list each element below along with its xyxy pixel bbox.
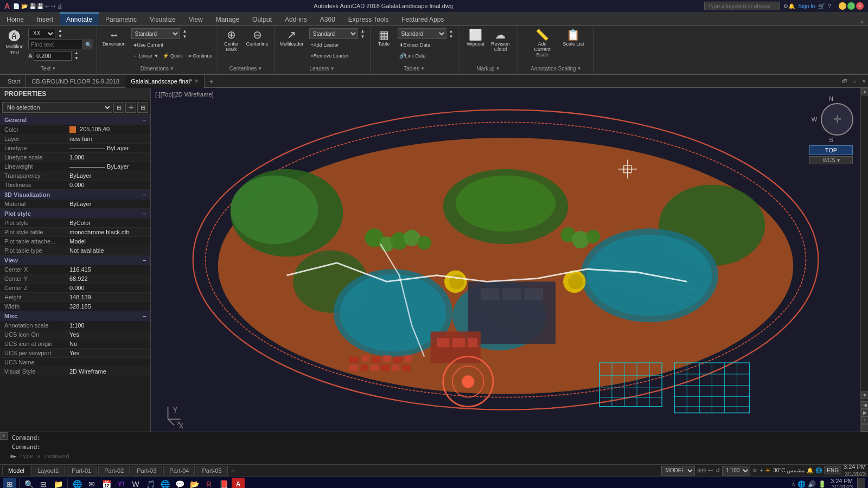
- add-leader-btn[interactable]: + Add Leader: [309, 40, 367, 50]
- multiline-text-btn[interactable]: 🅐 MultilineText: [3, 30, 26, 59]
- scroll-up-btn[interactable]: ▲: [861, 88, 868, 95]
- tab-visualize[interactable]: Visualize: [143, 12, 182, 25]
- general-section-header[interactable]: General –: [0, 115, 150, 125]
- tab-output[interactable]: Output: [246, 12, 278, 25]
- multileader-btn[interactable]: ↗ Multileader: [278, 28, 306, 63]
- taskbar-task-view-btn[interactable]: ⊟: [37, 478, 50, 489]
- zoom-out-btn[interactable]: –: [861, 424, 868, 432]
- pan-right-btn[interactable]: ▶: [861, 409, 868, 416]
- grid-display-btn[interactable]: ⊞⊟: [697, 467, 706, 473]
- model-space-select[interactable]: MODEL: [661, 466, 695, 476]
- layout-tab-part02[interactable]: Part-02: [98, 466, 130, 476]
- table-btn[interactable]: ▦ Table: [374, 28, 394, 63]
- find-text-search-btn[interactable]: 🔍: [84, 40, 93, 49]
- text-group-expand[interactable]: ▼: [52, 66, 56, 71]
- add-layout-btn[interactable]: +: [229, 466, 238, 475]
- tab-express[interactable]: Express Tools: [342, 12, 395, 25]
- quick-btn[interactable]: ⚡ Quick: [161, 51, 184, 61]
- scale-dropdown[interactable]: 1:100: [722, 466, 750, 476]
- keyword-search[interactable]: [704, 2, 780, 10]
- close-doc-tab-galala[interactable]: ✕: [194, 78, 199, 84]
- remove-leader-btn[interactable]: × Remove Leader: [309, 51, 367, 61]
- layout-tab-part04[interactable]: Part-04: [163, 466, 195, 476]
- text-style-down-btn[interactable]: ▼: [56, 34, 64, 38]
- wcs-btn[interactable]: WCS ▾: [809, 156, 853, 164]
- wipeout-btn[interactable]: ⬜ Wipeout: [464, 28, 487, 63]
- canvas-area[interactable]: [-][Top][2D Wireframe]: [151, 88, 860, 432]
- centerline-btn[interactable]: ⊖ Centerline: [244, 28, 271, 63]
- minimize-btn[interactable]: –: [839, 2, 846, 10]
- picker-btn[interactable]: ⊞: [137, 102, 148, 113]
- misc-section-header[interactable]: Misc –: [0, 311, 150, 321]
- continue-btn[interactable]: ⇥ Continue: [186, 51, 214, 61]
- dim-style-down-btn[interactable]: ▼: [181, 34, 189, 39]
- plot-style-section-header[interactable]: Plot style –: [0, 209, 150, 219]
- taskbar-autocad-btn[interactable]: A: [232, 478, 245, 489]
- centerlines-expand[interactable]: ▼: [258, 66, 262, 71]
- start-btn[interactable]: ⊞: [3, 478, 16, 489]
- zoom-in-btn[interactable]: +: [861, 416, 868, 424]
- taskbar-word-btn[interactable]: W: [129, 478, 142, 489]
- tab-home[interactable]: Home: [0, 12, 30, 25]
- table-style-down-btn[interactable]: ▼: [448, 34, 455, 39]
- taskbar-yahoo-btn[interactable]: Y!: [114, 478, 127, 489]
- use-current-btn[interactable]: ✦ Use Current: [131, 40, 165, 50]
- snap-btn[interactable]: ⊷: [708, 467, 713, 473]
- taskbar-file-explorer-btn[interactable]: 📁: [52, 478, 65, 489]
- leader-style-up-btn[interactable]: ▲: [359, 29, 367, 34]
- sign-in-btn[interactable]: Sign In: [798, 3, 815, 9]
- taskbar-music-btn[interactable]: 🎵: [144, 478, 157, 489]
- maximize-btn[interactable]: □: [847, 2, 855, 10]
- top-view-btn[interactable]: TOP: [809, 145, 853, 155]
- annotation-btn[interactable]: +: [760, 467, 763, 473]
- show-desktop-btn[interactable]: [857, 478, 865, 489]
- tables-expand[interactable]: ▼: [420, 66, 425, 71]
- layout-tab-layout1[interactable]: Layout1: [31, 466, 65, 476]
- taskbar-chrome-btn[interactable]: 🌐: [71, 478, 84, 489]
- tab-annotate[interactable]: Annotate: [60, 12, 99, 25]
- extract-data-btn[interactable]: ⬇ Extract Data: [398, 40, 455, 50]
- dim-style-dropdown[interactable]: Standard: [131, 28, 180, 39]
- layout-tab-part01[interactable]: Part-01: [66, 466, 97, 476]
- height-down-btn[interactable]: ▼: [73, 56, 80, 61]
- drawing-canvas[interactable]: Y X ✕: [151, 88, 860, 432]
- doc-tab-galala[interactable]: GalalaLandscape final* ✕: [125, 75, 205, 88]
- annotation-scaling-expand[interactable]: ▼: [577, 66, 582, 71]
- layout-tab-model[interactable]: Model: [2, 466, 30, 476]
- tab-parametric[interactable]: Parametric: [99, 12, 143, 25]
- tab-insert[interactable]: Insert: [30, 12, 60, 25]
- doc-tab-start[interactable]: Start: [2, 75, 26, 88]
- leader-style-dropdown[interactable]: Standard: [309, 28, 358, 39]
- center-mark-btn[interactable]: ⊕ CenterMark: [221, 28, 242, 63]
- quick-select-btn[interactable]: ⊟: [113, 102, 124, 113]
- new-tab-btn[interactable]: +: [205, 77, 218, 86]
- text-style-up-btn[interactable]: ▲: [56, 28, 64, 33]
- revision-cloud-btn[interactable]: ☁ RevisionCloud: [489, 28, 512, 63]
- taskbar-chevron-btn[interactable]: ∧: [792, 481, 795, 487]
- height-up-btn[interactable]: ▲: [73, 50, 80, 55]
- close-viewport-btn[interactable]: ✕: [859, 78, 868, 84]
- close-btn[interactable]: ✕: [856, 2, 864, 10]
- taskbar-search-btn[interactable]: 🔍: [22, 478, 35, 489]
- add-current-scale-btn[interactable]: 📏 AddCurrent Scale: [526, 28, 558, 63]
- dimension-btn[interactable]: ↔ Dimension: [100, 28, 128, 57]
- dim-style-up-btn[interactable]: ▲: [181, 29, 189, 34]
- link-data-btn[interactable]: 🔗 Link Data: [398, 51, 455, 61]
- table-style-up-btn[interactable]: ▲: [448, 29, 455, 34]
- layout-tab-part03[interactable]: Part-03: [131, 466, 162, 476]
- selection-dropdown[interactable]: No selection: [2, 102, 112, 113]
- scroll-track[interactable]: [861, 95, 868, 391]
- command-input[interactable]: [19, 453, 866, 460]
- restore-viewport-btn[interactable]: 🗗: [840, 78, 850, 84]
- rotate-btn[interactable]: ↺: [716, 467, 720, 473]
- doc-tab-cb-ground[interactable]: CB-GROUND FLOOR 26-9-2018: [26, 75, 125, 88]
- taskbar-msg-btn[interactable]: 💬: [173, 478, 186, 489]
- find-text-input[interactable]: [28, 40, 82, 49]
- language-indicator[interactable]: ENG: [824, 466, 841, 474]
- tab-view[interactable]: View: [182, 12, 209, 25]
- tab-a360[interactable]: A360: [314, 12, 342, 25]
- dim-group-expand[interactable]: ▼: [170, 66, 174, 71]
- taskbar-gmail-btn[interactable]: ✉: [85, 478, 98, 489]
- leader-style-down-btn[interactable]: ▼: [359, 34, 367, 39]
- text-height-input[interactable]: [34, 51, 72, 61]
